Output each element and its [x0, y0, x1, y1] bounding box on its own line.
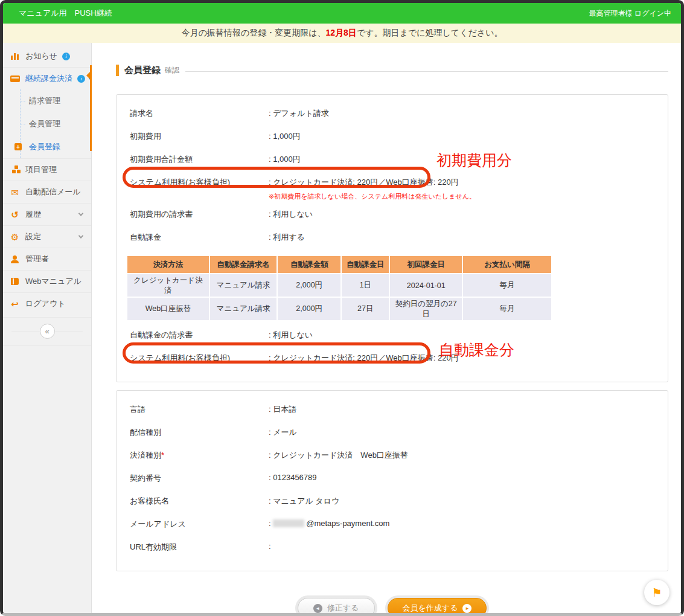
top-bar: マニュアル用 PUSH継続 最高管理者様 ログイン中 — [3, 3, 681, 24]
action-buttons: ◂ 修正する 会員を作成する ▸ — [116, 595, 668, 616]
redacted-email-local-part — [273, 519, 304, 527]
sidebar-item-web-manual[interactable]: Webマニュアル — [3, 270, 91, 292]
logout-icon: ↩ — [11, 300, 19, 309]
table-row: Web口座振替 マニュアル請求 2,000円 27日 契約日の翌月の27日 毎月 — [127, 298, 551, 320]
notice-deadline: 12月8日 — [326, 28, 357, 39]
flag-button[interactable]: ⚑ — [644, 580, 670, 605]
chevron-down-icon[interactable] — [78, 233, 83, 238]
field-row: 自動課金の請求書 利用しない — [130, 324, 654, 347]
field-row-email: メールアドレス @metaps-payment.com — [130, 513, 654, 536]
login-status: 最高管理者様 ログイン中 — [589, 8, 671, 19]
sidebar-item-news[interactable]: お知らせ i — [3, 45, 91, 67]
sidebar-collapse-button[interactable]: « — [40, 324, 55, 339]
revise-button-ring: ◂ 修正する — [295, 595, 377, 616]
credit-card-icon — [10, 75, 20, 82]
system-fee-initial-row: システム利用料(お客様負担) クレジットカード決済: 220円／Web口座振替:… — [130, 171, 654, 194]
flag-icon: ⚑ — [651, 586, 662, 600]
app-window: マニュアル用 PUSH継続 最高管理者様 ログイン中 今月の振替情報の登録・変更… — [0, 0, 684, 616]
title-accent-bar — [116, 65, 119, 76]
field-row: 初期費用 1,000円 — [130, 125, 654, 148]
sidebar-item-member-registration[interactable]: + 会員登録 — [21, 135, 91, 158]
main-content: 会員登録 確認 請求名 デフォルト請求 初期費用 1,000円 初期費用合計金額… — [92, 43, 681, 613]
sidebar-item-recurring-billing[interactable]: 継続課金決済 i — [3, 67, 91, 89]
title-rule — [185, 71, 668, 72]
field-row: 請求名 デフォルト請求 — [130, 102, 654, 125]
book-icon — [11, 278, 19, 285]
notice-text-before: 今月の振替情報の登録・変更期限は、 — [182, 28, 326, 39]
page-title: 会員登録 確認 — [116, 65, 668, 76]
brand-title: マニュアル用 PUSH継続 — [19, 8, 112, 19]
table-header-row: 決済方法 自動課金請求名 自動課金額 自動課金日 初回課金日 お支払い間隔 — [127, 256, 551, 273]
annotation-initial-fee: 初期費用分 — [436, 150, 512, 170]
sidebar-item-member-management[interactable]: 会員管理 — [21, 112, 91, 135]
system-fee-recurring-row: システム利用料(お客様負担) クレジットカード決済: 220円／Web口座振替:… — [130, 347, 654, 370]
sidebar-item-billing-management[interactable]: 請求管理 — [21, 89, 91, 112]
sidebar-item-logout[interactable]: ↩ ログアウト — [3, 292, 91, 315]
required-mark: * — [161, 451, 164, 460]
field-row: 自動課金 利用する — [130, 226, 654, 249]
history-icon: ↺ — [11, 210, 19, 219]
field-row: お客様氏名 マニュアル タロウ — [130, 490, 654, 513]
sidebar-item-auto-mail[interactable]: ✉ 自動配信メール — [3, 181, 91, 203]
sidebar-collapse-row: « — [3, 317, 91, 345]
field-row: URL有効期限 — [130, 536, 654, 559]
plus-badge-icon: + — [14, 143, 22, 150]
field-row: 初期費用の請求書 利用しない — [130, 203, 654, 226]
table-row: クレジットカード決済 マニュアル請求 2,000円 1日 2024-01-01 … — [127, 274, 551, 297]
sidebar-item-administrator[interactable]: 管理者 — [3, 248, 91, 270]
page-subtitle: 確認 — [165, 65, 179, 75]
billing-confirmation-panel: 請求名 デフォルト請求 初期費用 1,000円 初期費用合計金額 1,000円 … — [116, 94, 668, 382]
chevron-down-icon[interactable] — [78, 211, 83, 216]
active-section-arrow — [86, 70, 92, 81]
create-member-button-ring: 会員を作成する ▸ — [385, 595, 490, 616]
deadline-notice: 今月の振替情報の登録・変更期限は、12月8日です。期日までに処理してください。 — [3, 24, 681, 43]
field-row: 配信種別 メール — [130, 421, 654, 444]
arrow-right-icon: ▸ — [462, 604, 471, 613]
field-row: 初期費用合計金額 1,000円 — [130, 148, 654, 171]
sidebar: お知らせ i 継続課金決済 i 請求管理 会員管理 + 会員登録 — [3, 43, 92, 613]
create-member-button[interactable]: 会員を作成する ▸ — [388, 598, 487, 616]
mail-icon: ✉ — [11, 188, 19, 197]
arrow-left-icon: ◂ — [313, 604, 322, 613]
person-icon — [11, 255, 19, 263]
sidebar-item-settings[interactable]: ⚙ 設定 — [3, 225, 91, 248]
field-row: 言語 日本語 — [130, 398, 654, 421]
info-icon[interactable]: i — [77, 75, 85, 83]
cubes-icon — [12, 170, 16, 173]
field-row: 決済種別* クレジットカード決済 Web口座振替 — [130, 444, 654, 467]
info-icon[interactable]: i — [62, 53, 70, 60]
bar-chart-icon — [11, 53, 19, 60]
gear-icon: ⚙ — [11, 233, 19, 242]
sidebar-item-item-management[interactable]: 項目管理 — [3, 158, 91, 181]
member-info-panel: 言語 日本語 配信種別 メール 決済種別* クレジットカード決済 Web口座振替… — [116, 390, 668, 571]
sidebar-item-history[interactable]: ↺ 履歴 — [3, 203, 91, 225]
auto-billing-table: 決済方法 自動課金請求名 自動課金額 自動課金日 初回課金日 お支払い間隔 クレ… — [126, 255, 552, 321]
notice-text-after: です。期日までに処理してください。 — [357, 28, 503, 39]
field-row: 契約番号 0123456789 — [130, 467, 654, 490]
revise-button[interactable]: ◂ 修正する — [298, 598, 375, 616]
annotation-recurring-fee: 自動課金分 — [439, 340, 514, 360]
sidebar-subgroup: 請求管理 会員管理 + 会員登録 — [20, 89, 91, 158]
